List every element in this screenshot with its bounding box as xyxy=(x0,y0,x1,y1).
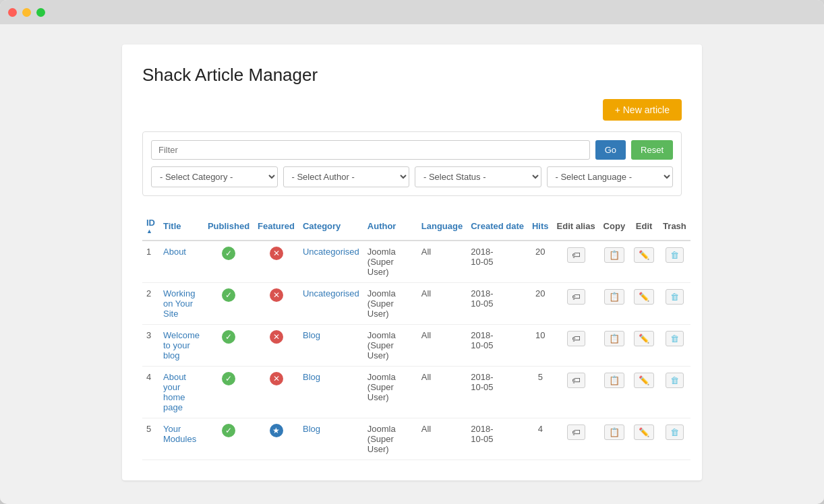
cell-edit-alias: 🏷 xyxy=(553,367,599,418)
col-header-id[interactable]: ID ▲ xyxy=(142,212,159,241)
col-header-featured[interactable]: Featured xyxy=(254,212,299,241)
cell-author: Joomla (Super User) xyxy=(363,241,417,283)
new-article-button[interactable]: + New article xyxy=(603,99,682,121)
trash-button[interactable]: 🗑 xyxy=(666,331,684,346)
cell-created-date: 2018-10-05 xyxy=(467,367,528,418)
cell-language: All xyxy=(417,418,467,460)
filter-box: Go Reset - Select Category - - Select Au… xyxy=(142,131,682,196)
copy-button[interactable]: 📋 xyxy=(604,424,624,440)
sort-arrow-icon: ▲ xyxy=(146,228,152,234)
copy-button[interactable]: 📋 xyxy=(604,247,624,263)
cell-author: Joomla (Super User) xyxy=(363,283,417,325)
cell-edit: ✏️ xyxy=(629,418,659,460)
edit-alias-button[interactable]: 🏷 xyxy=(567,424,585,440)
col-header-published[interactable]: Published xyxy=(204,212,254,241)
cell-published: ✓ xyxy=(204,325,254,367)
article-link[interactable]: Working on Your Site xyxy=(163,288,195,319)
cell-language: All xyxy=(417,241,467,283)
fullscreen-button[interactable] xyxy=(36,8,45,17)
cell-edit-alias: 🏷 xyxy=(553,325,599,367)
category-select[interactable]: - Select Category - xyxy=(151,166,278,187)
cell-trash: 🗑 xyxy=(659,418,690,460)
edit-button[interactable]: ✏️ xyxy=(634,424,654,440)
category-link[interactable]: Blog xyxy=(303,330,320,340)
author-select[interactable]: - Select Author - xyxy=(283,166,410,187)
article-link[interactable]: Your Modules xyxy=(163,424,196,444)
cell-category: Uncategorised xyxy=(299,241,363,283)
cell-category: Blog xyxy=(299,418,363,460)
minimize-button[interactable] xyxy=(22,8,31,17)
cell-category: Blog xyxy=(299,367,363,418)
cell-copy: 📋 xyxy=(599,241,630,283)
copy-button[interactable]: 📋 xyxy=(604,331,624,346)
featured-star-icon: ★ xyxy=(270,424,283,437)
trash-button[interactable]: 🗑 xyxy=(666,289,684,305)
article-link[interactable]: About xyxy=(163,247,186,257)
cell-author: Joomla (Super User) xyxy=(363,325,417,367)
cell-created-date: 2018-10-05 xyxy=(467,325,528,367)
cell-hits: 20 xyxy=(528,241,553,283)
published-check-icon: ✓ xyxy=(222,247,235,260)
col-header-language[interactable]: Language xyxy=(417,212,467,241)
col-header-edit-alias: Edit alias xyxy=(553,212,599,241)
copy-button[interactable]: 📋 xyxy=(604,289,624,305)
cell-edit-alias: 🏷 xyxy=(553,418,599,460)
main-panel: Shack Article Manager + New article Go R… xyxy=(122,44,702,480)
status-select[interactable]: - Select Status - xyxy=(415,166,541,187)
category-link[interactable]: Blog xyxy=(303,372,320,382)
category-link[interactable]: Uncategorised xyxy=(303,247,359,257)
cell-language: All xyxy=(417,325,467,367)
copy-button[interactable]: 📋 xyxy=(604,373,624,388)
featured-x-icon: ✕ xyxy=(270,330,283,344)
cell-title: About xyxy=(159,241,204,283)
filter-input[interactable] xyxy=(151,140,590,160)
edit-alias-button[interactable]: 🏷 xyxy=(567,247,585,263)
table-row: 5 Your Modules ✓ ★ Blog Joomla (Super Us… xyxy=(142,418,690,460)
page-title: Shack Article Manager xyxy=(142,65,682,86)
cell-trash: 🗑 xyxy=(659,325,690,367)
col-header-created-date[interactable]: Created date xyxy=(467,212,528,241)
edit-button[interactable]: ✏️ xyxy=(634,331,654,346)
reset-button[interactable]: Reset xyxy=(631,140,673,160)
cell-hits: 20 xyxy=(528,283,553,325)
trash-button[interactable]: 🗑 xyxy=(666,247,684,263)
cell-edit-alias: 🏷 xyxy=(553,241,599,283)
close-button[interactable] xyxy=(8,8,17,17)
cell-created-date: 2018-10-05 xyxy=(467,283,528,325)
cell-published: ✓ xyxy=(204,418,254,460)
cell-published: ✓ xyxy=(204,283,254,325)
cell-category: Uncategorised xyxy=(299,283,363,325)
toolbar: + New article xyxy=(142,99,682,121)
category-link[interactable]: Uncategorised xyxy=(303,288,359,298)
cell-language: All xyxy=(417,283,467,325)
edit-button[interactable]: ✏️ xyxy=(634,247,654,263)
cell-copy: 📋 xyxy=(599,418,630,460)
cell-copy: 📋 xyxy=(599,325,630,367)
filter-row-1: Go Reset xyxy=(151,140,673,160)
article-link[interactable]: Welcome to your blog xyxy=(163,330,200,360)
cell-edit: ✏️ xyxy=(629,241,659,283)
cell-id: 5 xyxy=(142,418,159,460)
trash-button[interactable]: 🗑 xyxy=(666,424,684,440)
language-select[interactable]: - Select Language - xyxy=(547,166,674,187)
edit-button[interactable]: ✏️ xyxy=(634,373,654,388)
col-header-hits[interactable]: Hits xyxy=(528,212,553,241)
edit-button[interactable]: ✏️ xyxy=(634,289,654,305)
featured-x-icon: ✕ xyxy=(270,372,283,385)
article-link[interactable]: About your home page xyxy=(163,372,186,412)
col-header-category[interactable]: Category xyxy=(299,212,363,241)
category-link[interactable]: Blog xyxy=(303,424,320,434)
cell-created-date: 2018-10-05 xyxy=(467,241,528,283)
cell-trash: 🗑 xyxy=(659,283,690,325)
edit-alias-button[interactable]: 🏷 xyxy=(567,289,585,305)
col-header-author[interactable]: Author xyxy=(363,212,417,241)
table-row: 1 About ✓ ✕ Uncategorised Joomla (Super … xyxy=(142,241,690,283)
table-row: 3 Welcome to your blog ✓ ✕ Blog Joomla (… xyxy=(142,325,690,367)
edit-alias-button[interactable]: 🏷 xyxy=(567,331,585,346)
go-button[interactable]: Go xyxy=(595,140,626,160)
cell-published: ✓ xyxy=(204,241,254,283)
edit-alias-button[interactable]: 🏷 xyxy=(567,373,585,388)
col-header-title[interactable]: Title xyxy=(159,212,204,241)
trash-button[interactable]: 🗑 xyxy=(666,373,684,388)
cell-trash: 🗑 xyxy=(659,241,690,283)
